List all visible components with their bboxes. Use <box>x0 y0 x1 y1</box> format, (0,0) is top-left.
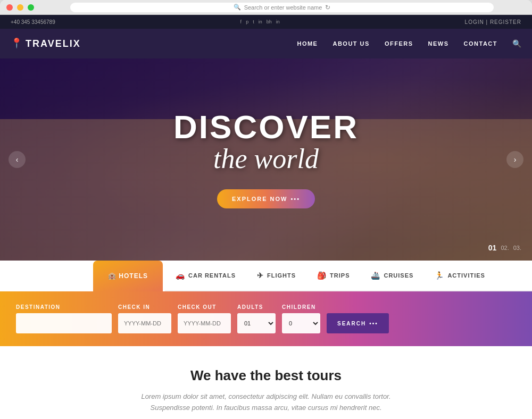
slide-3[interactable]: 03. <box>513 245 521 251</box>
tab-flights-label: FLIGHTS <box>267 272 296 279</box>
search-dots: ••• <box>369 321 378 326</box>
social-icons: f p t in bh in <box>240 19 280 24</box>
nav-contact[interactable]: CONTACT <box>464 40 497 47</box>
tab-car-rentals-label: CAR RENTALS <box>188 272 236 279</box>
hotel-icon: 🏨 <box>108 272 119 280</box>
hero-next-arrow[interactable]: › <box>506 151 523 168</box>
browser-titlebar: 🔍 Search or enter website name ↻ <box>0 0 532 15</box>
logo-icon <box>11 37 21 50</box>
backpack-icon: 🎒 <box>317 271 327 280</box>
pinterest-icon[interactable]: p <box>246 19 248 24</box>
twitter-icon[interactable]: t <box>253 19 254 24</box>
destination-group: DESTINATION <box>16 304 112 333</box>
adults-group: ADULTS 01 02 03 04 <box>237 304 276 333</box>
search-icon[interactable]: 🔍 <box>512 39 521 48</box>
tab-hotels[interactable]: 🏨 HOTELS <box>93 261 163 291</box>
facebook-icon[interactable]: f <box>240 19 242 24</box>
search-icon: 🔍 <box>234 4 241 11</box>
hero-section: ‹ DISCOVER the world EXPLORE NOW ••• › 0… <box>0 58 532 261</box>
tab-car-rentals[interactable]: 🚗 CAR RENTALS <box>165 260 246 291</box>
explore-dots: ••• <box>290 196 300 202</box>
checkin-label: CHECK IN <box>118 304 171 310</box>
ship-icon: 🚢 <box>371 271 380 280</box>
destination-label: DESTINATION <box>16 304 112 310</box>
linkedin-icon[interactable]: in <box>259 19 262 24</box>
logo[interactable]: TRAVELIX <box>11 37 81 50</box>
slide-active: 01 <box>488 244 497 252</box>
website-content: +40 345 33456789 f p t in bh in LOGIN | … <box>0 15 532 419</box>
tab-trips[interactable]: 🎒 TRIPS <box>306 260 360 291</box>
nav-home[interactable]: HOME <box>297 40 318 47</box>
nav-news[interactable]: NEWS <box>428 40 449 47</box>
address-bar[interactable]: 🔍 Search or enter website name ↻ <box>70 3 494 12</box>
logo-text: TRAVELIX <box>26 38 81 49</box>
adults-label: ADULTS <box>237 304 276 310</box>
chevron-left-icon: ‹ <box>16 155 19 164</box>
checkin-input[interactable] <box>118 313 171 333</box>
hero-prev-arrow[interactable]: ‹ <box>9 151 26 168</box>
slide-2[interactable]: 02. <box>501 245 509 251</box>
car-icon: 🚗 <box>176 271 185 280</box>
search-label: SEARCH <box>337 321 366 326</box>
minimize-button[interactable] <box>17 4 23 11</box>
plane-icon: ✈ <box>257 271 264 280</box>
utility-bar: +40 345 33456789 f p t in bh in LOGIN | … <box>0 15 532 29</box>
browser-window: 🔍 Search or enter website name ↻ +40 345… <box>0 0 532 419</box>
tab-cruises-label: CRUISES <box>384 272 413 279</box>
explore-label: EXPLORE NOW <box>232 196 288 202</box>
chevron-right-icon: › <box>514 155 517 164</box>
slide-indicators: 01 02. 03. <box>488 244 521 252</box>
tab-hotels-label: HOTELS <box>119 272 148 280</box>
search-section: DESTINATION CHECK IN CHECK OUT ADULTS 01… <box>0 291 532 346</box>
address-text: Search or enter website name <box>244 4 322 11</box>
children-select[interactable]: 0 1 2 3 <box>282 313 320 333</box>
best-tours-section: We have the best tours Lorem ipsum dolor… <box>0 346 532 419</box>
hero-title: DISCOVER <box>173 111 359 144</box>
behance-icon[interactable]: bh <box>267 19 272 24</box>
children-label: CHILDREN <box>282 304 320 310</box>
tab-flights[interactable]: ✈ FLIGHTS <box>246 260 306 291</box>
tabs-section: 🏨 HOTELS 🚗 CAR RENTALS ✈ FLIGHTS 🎒 TRIPS <box>0 261 532 291</box>
nav-offers[interactable]: OFFERS <box>385 40 413 47</box>
section-subtitle: Lorem ipsum dolor sit amet, consectetur … <box>133 391 399 414</box>
phone-number: +40 345 33456789 <box>11 19 55 25</box>
header: TRAVELIX HOME ABOUT US OFFERS NEWS CONTA… <box>0 29 532 58</box>
auth-links[interactable]: LOGIN | REGISTER <box>465 19 521 25</box>
nav-about[interactable]: ABOUT US <box>332 40 369 47</box>
tab-activities-label: ACTIVITIES <box>447 272 485 279</box>
tab-trips-label: TRIPS <box>330 272 350 279</box>
checkout-group: CHECK OUT <box>178 304 231 333</box>
section-title: We have the best tours <box>11 367 521 384</box>
search-button[interactable]: SEARCH ••• <box>327 313 389 333</box>
hero-content: DISCOVER the world EXPLORE NOW ••• <box>173 111 359 208</box>
tabs-right: 🚗 CAR RENTALS ✈ FLIGHTS 🎒 TRIPS 🚢 CRUISE… <box>165 261 532 291</box>
maximize-button[interactable] <box>28 4 34 11</box>
explore-now-button[interactable]: EXPLORE NOW ••• <box>217 189 315 208</box>
main-nav: HOME ABOUT US OFFERS NEWS CONTACT 🔍 <box>297 39 521 48</box>
checkout-input[interactable] <box>178 313 231 333</box>
activity-icon: 🏃 <box>435 271 444 280</box>
tab-cruises[interactable]: 🚢 CRUISES <box>360 260 424 291</box>
close-button[interactable] <box>6 4 13 11</box>
children-group: CHILDREN 0 1 2 3 <box>282 304 320 333</box>
instagram-icon[interactable]: in <box>276 19 280 24</box>
checkin-group: CHECK IN <box>118 304 171 333</box>
tab-activities[interactable]: 🏃 ACTIVITIES <box>424 260 496 291</box>
checkout-label: CHECK OUT <box>178 304 231 310</box>
reload-icon: ↻ <box>325 4 330 11</box>
hero-subtitle: the world <box>173 144 359 174</box>
adults-select[interactable]: 01 02 03 04 <box>237 313 276 333</box>
destination-input[interactable] <box>16 313 112 333</box>
